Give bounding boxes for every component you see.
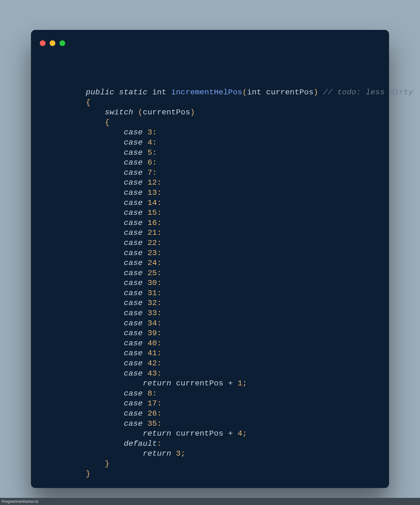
close-icon <box>40 40 46 46</box>
footer-watermark: ProgrammerHumor.io <box>0 498 420 505</box>
code-block: public static int incrementHelPos(int cu… <box>86 88 378 479</box>
maximize-icon <box>59 40 65 46</box>
window-traffic-lights <box>40 40 65 46</box>
footer-text: ProgrammerHumor.io <box>2 499 38 504</box>
minimize-icon <box>50 40 55 46</box>
code-window: public static int incrementHelPos(int cu… <box>31 30 389 488</box>
